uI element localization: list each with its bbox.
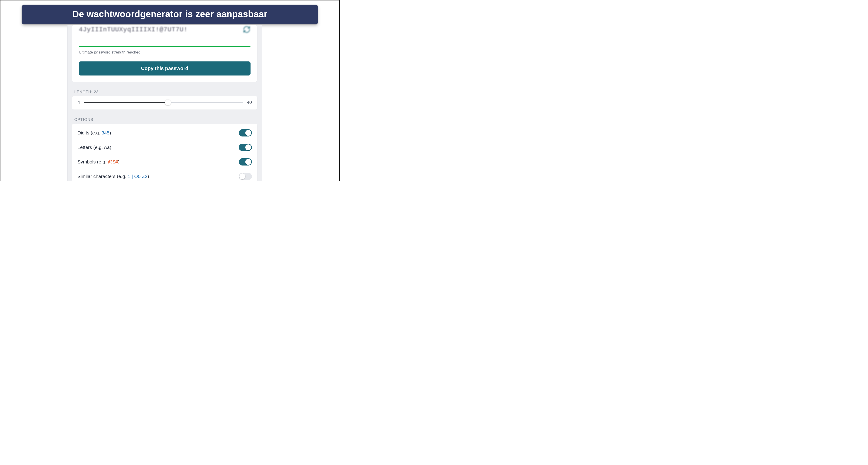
options-card: Digits (e.g. 345)Letters (e.g. Aa)Symbol… <box>72 124 257 181</box>
caption-banner: De wachtwoordgenerator is zeer aanpasbaa… <box>22 5 318 24</box>
length-slider-card: 4 40 <box>72 96 257 110</box>
length-min: 4 <box>78 100 80 105</box>
generated-password: 4JyIIInTUUXyqIIIIXI!@7UT7U! <box>79 26 188 33</box>
option-row: Digits (e.g. 345) <box>78 125 252 140</box>
caption-text: De wachtwoordgenerator is zeer aanpasbaa… <box>72 9 267 19</box>
option-toggle[interactable] <box>239 173 252 180</box>
toggle-knob <box>240 173 245 179</box>
options-header: OPTIONS <box>74 117 255 122</box>
strength-bar <box>79 46 250 48</box>
strength-text: Ultimate password strength reached! <box>79 50 250 55</box>
option-toggle[interactable] <box>239 158 252 166</box>
slider-track-fill <box>84 102 168 103</box>
refresh-icon[interactable] <box>243 26 250 33</box>
password-card: 4JyIIInTUUXyqIIIIXI!@7UT7U! Ultimate pas… <box>72 25 257 82</box>
option-toggle[interactable] <box>239 144 252 151</box>
length-slider[interactable] <box>84 100 243 105</box>
toggle-knob <box>245 159 251 165</box>
password-row: 4JyIIInTUUXyqIIIIXI!@7UT7U! <box>79 25 250 34</box>
option-row: Letters (e.g. Aa) <box>78 140 252 155</box>
option-label: Similar characters (e.g. 1I| O0 Z2) <box>78 174 149 179</box>
option-label: Digits (e.g. 345) <box>78 130 111 136</box>
length-label: LENGTH: 23 <box>74 90 255 94</box>
toggle-knob <box>245 144 251 150</box>
copy-password-button[interactable]: Copy this password <box>79 61 250 76</box>
generator-panel: 4JyIIInTUUXyqIIIIXI!@7UT7U! Ultimate pas… <box>67 25 262 181</box>
option-label: Letters (e.g. Aa) <box>78 145 111 150</box>
slider-thumb[interactable] <box>165 99 171 106</box>
option-row: Symbols (e.g. @$#) <box>78 155 252 169</box>
toggle-knob <box>245 130 251 136</box>
option-toggle[interactable] <box>239 129 252 137</box>
length-max: 40 <box>247 100 252 105</box>
option-row: Similar characters (e.g. 1I| O0 Z2) <box>78 169 252 181</box>
option-label: Symbols (e.g. @$#) <box>78 159 120 165</box>
